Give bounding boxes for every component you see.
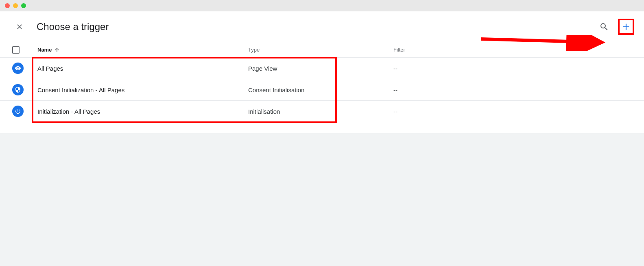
trigger-name: All Pages — [37, 65, 248, 72]
trigger-name: Consent Initialization - All Pages — [37, 87, 248, 93]
trigger-filter: -- — [393, 65, 634, 72]
column-header-name[interactable]: Name — [37, 47, 248, 53]
consent-init-icon — [12, 84, 24, 95]
close-button[interactable] — [15, 22, 24, 32]
panel-header: Choose a trigger — [0, 11, 644, 42]
sort-ascending-icon — [54, 47, 60, 53]
trigger-row[interactable]: All Pages Page View -- — [0, 58, 644, 79]
trigger-filter: -- — [393, 108, 634, 115]
plus-icon — [621, 22, 631, 32]
column-type-label: Type — [248, 47, 260, 53]
trigger-panel: Choose a trigger Name Type Filter — [0, 11, 644, 133]
shield-icon — [15, 87, 21, 93]
window-maximize-button[interactable] — [21, 3, 26, 8]
select-all-checkbox[interactable] — [12, 46, 20, 54]
window-titlebar — [0, 0, 644, 11]
eye-icon — [15, 65, 21, 71]
panel-title: Choose a trigger — [37, 21, 598, 32]
trigger-type: Page View — [248, 65, 393, 72]
search-button[interactable] — [598, 20, 611, 33]
add-button-highlight — [618, 19, 634, 35]
column-header-type[interactable]: Type — [248, 47, 393, 53]
window-minimize-button[interactable] — [13, 3, 18, 8]
header-actions — [598, 19, 634, 35]
window-close-button[interactable] — [5, 3, 10, 8]
trigger-type: Initialisation — [248, 108, 393, 115]
trigger-type: Consent Initialisation — [248, 87, 393, 93]
power-icon — [15, 108, 21, 115]
column-name-label: Name — [37, 47, 52, 53]
column-header-filter[interactable]: Filter — [393, 47, 634, 53]
table-header: Name Type Filter — [0, 42, 644, 58]
trigger-row[interactable]: Initialization - All Pages Initialisatio… — [0, 101, 644, 122]
init-icon — [12, 106, 24, 117]
trigger-filter: -- — [393, 87, 634, 93]
add-trigger-button[interactable] — [620, 21, 632, 32]
column-filter-label: Filter — [393, 47, 405, 53]
trigger-name: Initialization - All Pages — [37, 108, 248, 115]
table-body: All Pages Page View -- Consent Initializ… — [0, 58, 644, 122]
close-icon — [15, 23, 24, 31]
page-view-icon — [12, 63, 24, 74]
search-icon — [599, 22, 609, 32]
trigger-row[interactable]: Consent Initialization - All Pages Conse… — [0, 79, 644, 101]
